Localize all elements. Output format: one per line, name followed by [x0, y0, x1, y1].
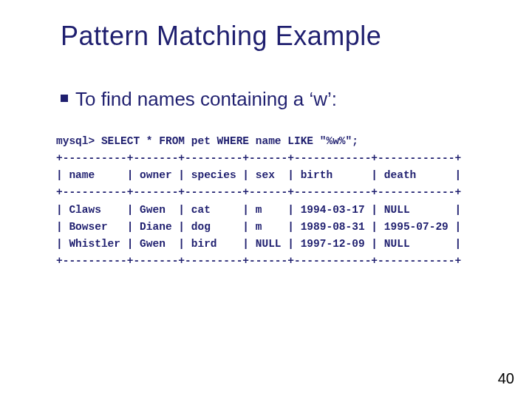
slide-title: Pattern Matching Example: [61, 21, 491, 52]
sql-query: mysql> SELECT * FROM pet WHERE name LIKE…: [56, 135, 358, 147]
bullet-icon: [61, 95, 68, 102]
table-border-mid: +----------+-------+---------+------+---…: [56, 186, 461, 198]
bullet-text: To find names containing a ‘w’:: [75, 87, 337, 112]
table-row: | Bowser | Diane | dog | m | 1989-08-31 …: [56, 221, 461, 233]
table-row: | Claws | Gwen | cat | m | 1994-03-17 | …: [56, 204, 461, 216]
page-number: 40: [498, 370, 514, 387]
table-row: | Whistler | Gwen | bird | NULL | 1997-1…: [56, 238, 461, 250]
bullet-row: To find names containing a ‘w’:: [61, 87, 491, 112]
table-header: | name | owner | species | sex | birth |…: [56, 169, 461, 181]
code-block: mysql> SELECT * FROM pet WHERE name LIKE…: [56, 133, 491, 270]
table-border-top: +----------+-------+---------+------+---…: [56, 152, 461, 164]
table-border-bottom: +----------+-------+---------+------+---…: [56, 255, 461, 267]
